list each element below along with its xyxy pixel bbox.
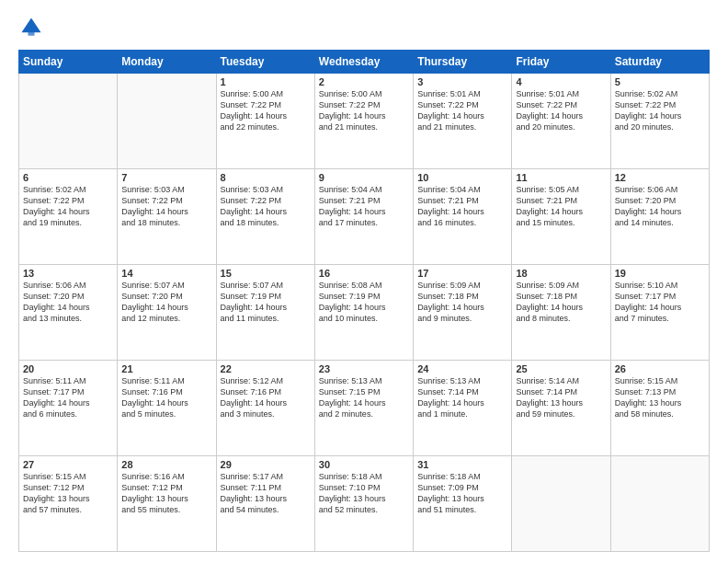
day-info: Sunrise: 5:13 AM Sunset: 7:15 PM Dayligh…	[319, 375, 409, 420]
day-cell: 1Sunrise: 5:00 AM Sunset: 7:22 PM Daylig…	[216, 74, 314, 169]
day-number: 8	[221, 172, 311, 183]
day-number: 9	[319, 172, 409, 183]
day-info: Sunrise: 5:06 AM Sunset: 7:20 PM Dayligh…	[615, 184, 705, 229]
day-cell: 8Sunrise: 5:03 AM Sunset: 7:22 PM Daylig…	[216, 169, 314, 265]
day-cell: 10Sunrise: 5:04 AM Sunset: 7:21 PM Dayli…	[414, 169, 512, 265]
day-cell	[19, 74, 118, 169]
day-cell: 5Sunrise: 5:02 AM Sunset: 7:22 PM Daylig…	[610, 74, 709, 169]
day-info: Sunrise: 5:13 AM Sunset: 7:14 PM Dayligh…	[417, 375, 507, 420]
day-number: 6	[23, 172, 113, 183]
day-number: 29	[221, 459, 311, 470]
day-number: 26	[615, 363, 705, 374]
header-tuesday: Tuesday	[216, 51, 314, 74]
day-cell: 2Sunrise: 5:00 AM Sunset: 7:22 PM Daylig…	[314, 74, 413, 169]
day-cell: 15Sunrise: 5:07 AM Sunset: 7:19 PM Dayli…	[216, 265, 314, 361]
day-cell: 6Sunrise: 5:02 AM Sunset: 7:22 PM Daylig…	[19, 169, 118, 265]
svg-rect-1	[28, 29, 35, 36]
day-number: 7	[121, 172, 211, 183]
day-number: 25	[516, 363, 606, 374]
day-info: Sunrise: 5:04 AM Sunset: 7:21 PM Dayligh…	[417, 184, 507, 229]
day-info: Sunrise: 5:00 AM Sunset: 7:22 PM Dayligh…	[319, 88, 409, 133]
day-cell: 20Sunrise: 5:11 AM Sunset: 7:17 PM Dayli…	[19, 361, 118, 456]
day-info: Sunrise: 5:01 AM Sunset: 7:22 PM Dayligh…	[417, 88, 507, 133]
day-number: 1	[221, 76, 311, 87]
weekday-header-row: Sunday Monday Tuesday Wednesday Thursday…	[19, 51, 710, 74]
day-number: 12	[615, 172, 705, 183]
day-number: 22	[221, 363, 311, 374]
header-monday: Monday	[118, 51, 216, 74]
day-number: 23	[319, 363, 409, 374]
day-cell: 4Sunrise: 5:01 AM Sunset: 7:22 PM Daylig…	[512, 74, 610, 169]
day-cell	[118, 74, 216, 169]
header-wednesday: Wednesday	[314, 51, 413, 74]
day-cell: 23Sunrise: 5:13 AM Sunset: 7:15 PM Dayli…	[314, 361, 413, 456]
day-number: 30	[319, 459, 409, 470]
day-number: 2	[319, 76, 409, 87]
day-cell: 27Sunrise: 5:15 AM Sunset: 7:12 PM Dayli…	[19, 456, 118, 552]
day-info: Sunrise: 5:16 AM Sunset: 7:12 PM Dayligh…	[121, 471, 211, 516]
week-row-2: 13Sunrise: 5:06 AM Sunset: 7:20 PM Dayli…	[19, 265, 710, 361]
day-info: Sunrise: 5:03 AM Sunset: 7:22 PM Dayligh…	[121, 184, 211, 229]
day-number: 28	[121, 459, 211, 470]
day-number: 20	[23, 363, 113, 374]
day-number: 31	[417, 459, 507, 470]
day-info: Sunrise: 5:09 AM Sunset: 7:18 PM Dayligh…	[516, 280, 606, 325]
day-cell: 13Sunrise: 5:06 AM Sunset: 7:20 PM Dayli…	[19, 265, 118, 361]
week-row-4: 27Sunrise: 5:15 AM Sunset: 7:12 PM Dayli…	[19, 456, 710, 552]
day-info: Sunrise: 5:04 AM Sunset: 7:21 PM Dayligh…	[319, 184, 409, 229]
day-cell: 21Sunrise: 5:11 AM Sunset: 7:16 PM Dayli…	[118, 361, 216, 456]
day-info: Sunrise: 5:09 AM Sunset: 7:18 PM Dayligh…	[417, 280, 507, 325]
day-cell: 30Sunrise: 5:18 AM Sunset: 7:10 PM Dayli…	[314, 456, 413, 552]
day-info: Sunrise: 5:08 AM Sunset: 7:19 PM Dayligh…	[319, 280, 409, 325]
day-info: Sunrise: 5:15 AM Sunset: 7:12 PM Dayligh…	[23, 471, 113, 516]
day-info: Sunrise: 5:11 AM Sunset: 7:17 PM Dayligh…	[23, 375, 113, 420]
day-number: 24	[417, 363, 507, 374]
calendar-table: Sunday Monday Tuesday Wednesday Thursday…	[18, 50, 710, 552]
day-number: 17	[417, 268, 507, 279]
day-number: 16	[319, 268, 409, 279]
header-thursday: Thursday	[414, 51, 512, 74]
header	[18, 15, 710, 40]
day-info: Sunrise: 5:07 AM Sunset: 7:20 PM Dayligh…	[121, 280, 211, 325]
header-sunday: Sunday	[19, 51, 118, 74]
day-number: 15	[221, 268, 311, 279]
week-row-0: 1Sunrise: 5:00 AM Sunset: 7:22 PM Daylig…	[19, 74, 710, 169]
day-cell	[512, 456, 610, 552]
day-cell: 25Sunrise: 5:14 AM Sunset: 7:14 PM Dayli…	[512, 361, 610, 456]
logo	[18, 15, 48, 40]
day-info: Sunrise: 5:06 AM Sunset: 7:20 PM Dayligh…	[23, 280, 113, 325]
day-info: Sunrise: 5:11 AM Sunset: 7:16 PM Dayligh…	[121, 375, 211, 420]
day-info: Sunrise: 5:02 AM Sunset: 7:22 PM Dayligh…	[615, 88, 705, 133]
day-cell: 31Sunrise: 5:18 AM Sunset: 7:09 PM Dayli…	[414, 456, 512, 552]
day-info: Sunrise: 5:02 AM Sunset: 7:22 PM Dayligh…	[23, 184, 113, 229]
day-cell: 7Sunrise: 5:03 AM Sunset: 7:22 PM Daylig…	[118, 169, 216, 265]
day-cell: 11Sunrise: 5:05 AM Sunset: 7:21 PM Dayli…	[512, 169, 610, 265]
day-cell: 14Sunrise: 5:07 AM Sunset: 7:20 PM Dayli…	[118, 265, 216, 361]
day-number: 18	[516, 268, 606, 279]
day-info: Sunrise: 5:10 AM Sunset: 7:17 PM Dayligh…	[615, 280, 705, 325]
day-cell: 22Sunrise: 5:12 AM Sunset: 7:16 PM Dayli…	[216, 361, 314, 456]
day-info: Sunrise: 5:01 AM Sunset: 7:22 PM Dayligh…	[516, 88, 606, 133]
day-number: 13	[23, 268, 113, 279]
page: Sunday Monday Tuesday Wednesday Thursday…	[0, 0, 728, 563]
day-cell: 17Sunrise: 5:09 AM Sunset: 7:18 PM Dayli…	[414, 265, 512, 361]
day-info: Sunrise: 5:14 AM Sunset: 7:14 PM Dayligh…	[516, 375, 606, 420]
day-info: Sunrise: 5:07 AM Sunset: 7:19 PM Dayligh…	[221, 280, 311, 325]
day-cell: 29Sunrise: 5:17 AM Sunset: 7:11 PM Dayli…	[216, 456, 314, 552]
day-cell: 3Sunrise: 5:01 AM Sunset: 7:22 PM Daylig…	[414, 74, 512, 169]
week-row-3: 20Sunrise: 5:11 AM Sunset: 7:17 PM Dayli…	[19, 361, 710, 456]
day-number: 21	[121, 363, 211, 374]
day-number: 11	[516, 172, 606, 183]
day-cell: 26Sunrise: 5:15 AM Sunset: 7:13 PM Dayli…	[610, 361, 709, 456]
day-cell: 19Sunrise: 5:10 AM Sunset: 7:17 PM Dayli…	[610, 265, 709, 361]
day-info: Sunrise: 5:12 AM Sunset: 7:16 PM Dayligh…	[221, 375, 311, 420]
day-cell	[610, 456, 709, 552]
day-info: Sunrise: 5:03 AM Sunset: 7:22 PM Dayligh…	[221, 184, 311, 229]
day-number: 3	[417, 76, 507, 87]
day-info: Sunrise: 5:18 AM Sunset: 7:10 PM Dayligh…	[319, 471, 409, 516]
day-number: 14	[121, 268, 211, 279]
day-number: 19	[615, 268, 705, 279]
week-row-1: 6Sunrise: 5:02 AM Sunset: 7:22 PM Daylig…	[19, 169, 710, 265]
day-number: 10	[417, 172, 507, 183]
day-cell: 16Sunrise: 5:08 AM Sunset: 7:19 PM Dayli…	[314, 265, 413, 361]
